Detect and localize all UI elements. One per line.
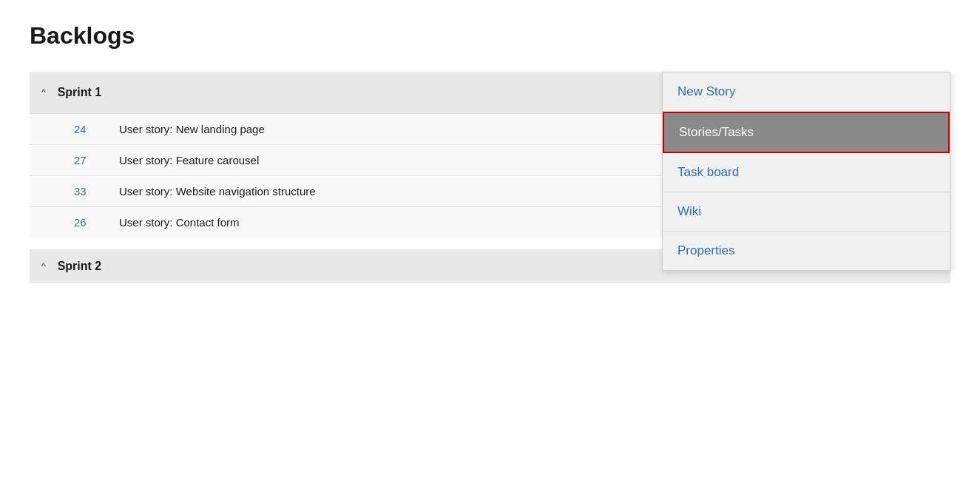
story-id[interactable]: 33 bbox=[74, 185, 107, 198]
sprint1-block: ^ Sprint 1 2019-09-02 12 ▲ 24 User story… bbox=[30, 72, 950, 237]
story-id[interactable]: 26 bbox=[74, 216, 107, 229]
story-id[interactable]: 27 bbox=[74, 154, 107, 166]
sprint-context-menu: New Story Stories/Tasks Task board Wiki … bbox=[662, 72, 950, 271]
page-title: Backlogs bbox=[30, 22, 950, 50]
sprint1-name: Sprint 1 bbox=[58, 86, 620, 99]
menu-item-properties[interactable]: Properties bbox=[663, 232, 950, 270]
menu-item-new-story[interactable]: New Story bbox=[663, 73, 950, 112]
menu-item-task-board[interactable]: Task board bbox=[663, 153, 950, 192]
story-id[interactable]: 24 bbox=[74, 123, 107, 135]
sprint1-collapse-btn[interactable]: ^ bbox=[41, 87, 46, 98]
menu-item-stories-tasks[interactable]: Stories/Tasks bbox=[663, 112, 950, 153]
menu-item-wiki[interactable]: Wiki bbox=[663, 192, 950, 232]
sprint2-collapse-btn[interactable]: ^ bbox=[41, 261, 46, 272]
